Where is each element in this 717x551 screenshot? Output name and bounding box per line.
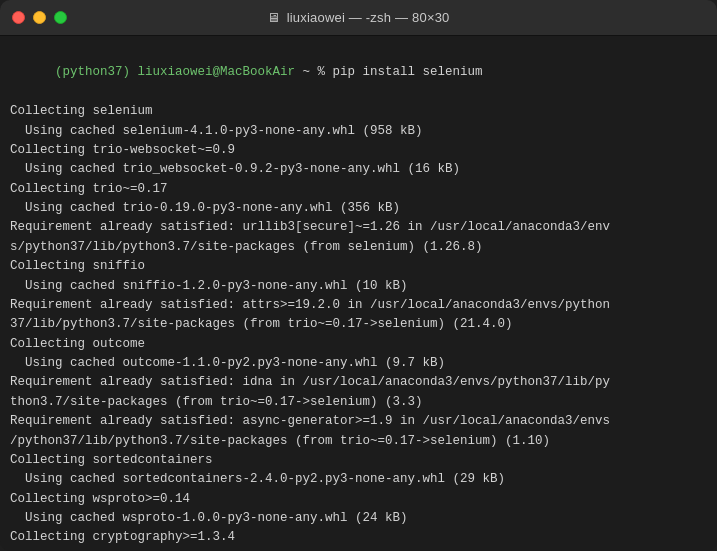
terminal-line: Collecting trio~=0.17 (10, 180, 707, 199)
minimize-button[interactable] (33, 11, 46, 24)
terminal-line: Collecting sortedcontainers (10, 451, 707, 470)
terminal-line: /python37/lib/python3.7/site-packages (f… (10, 432, 707, 451)
terminal-line: Requirement already satisfied: idna in /… (10, 373, 707, 392)
prompt-line: (python37) liuxiaowei@MacBookAir ~ % pip… (10, 44, 707, 102)
terminal-line: Requirement already satisfied: urllib3[s… (10, 218, 707, 237)
prompt-user: (python37) liuxiaowei@MacBookAir (55, 65, 295, 79)
terminal-line: Using cached wsproto-1.0.0-py3-none-any.… (10, 509, 707, 528)
terminal-line: thon3.7/site-packages (from trio~=0.17->… (10, 393, 707, 412)
terminal-line: Using cached outcome-1.1.0-py2.py3-none-… (10, 354, 707, 373)
close-button[interactable] (12, 11, 25, 24)
terminal-line: Collecting sniffio (10, 257, 707, 276)
terminal-line: Collecting wsproto>=0.14 (10, 490, 707, 509)
window-title: 🖥 liuxiaowei — -zsh — 80×30 (267, 10, 449, 25)
terminal-body[interactable]: (python37) liuxiaowei@MacBookAir ~ % pip… (0, 36, 717, 551)
terminal-line: Collecting cryptography>=1.3.4 (10, 528, 707, 547)
terminal-line: Collecting selenium (10, 102, 707, 121)
terminal-line: Requirement already satisfied: async-gen… (10, 412, 707, 431)
terminal-line: Using cached sniffio-1.2.0-py3-none-any.… (10, 277, 707, 296)
terminal-window: 🖥 liuxiaowei — -zsh — 80×30 (python37) l… (0, 0, 717, 551)
maximize-button[interactable] (54, 11, 67, 24)
terminal-icon: 🖥 (267, 10, 280, 25)
terminal-line: Collecting outcome (10, 335, 707, 354)
terminal-line: Using cached trio-0.19.0-py3-none-any.wh… (10, 199, 707, 218)
terminal-line: s/python37/lib/python3.7/site-packages (… (10, 238, 707, 257)
terminal-line: Using cached trio_websocket-0.9.2-py3-no… (10, 160, 707, 179)
titlebar: 🖥 liuxiaowei — -zsh — 80×30 (0, 0, 717, 36)
prompt-command: pip install selenium (333, 65, 483, 79)
terminal-line: 37/lib/python3.7/site-packages (from tri… (10, 315, 707, 334)
traffic-lights (12, 11, 67, 24)
terminal-line: Using cached sortedcontainers-2.4.0-py2.… (10, 470, 707, 489)
terminal-line: Requirement already satisfied: attrs>=19… (10, 296, 707, 315)
terminal-line: Collecting trio-websocket~=0.9 (10, 141, 707, 160)
terminal-line: Using cached selenium-4.1.0-py3-none-any… (10, 122, 707, 141)
